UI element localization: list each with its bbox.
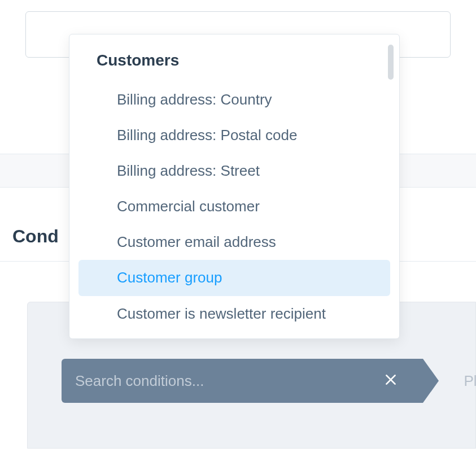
dropdown-group-customers: Customers bbox=[74, 41, 395, 82]
close-icon[interactable] bbox=[383, 372, 409, 389]
conditions-heading: Cond bbox=[12, 226, 59, 247]
scrollbar-thumb[interactable] bbox=[388, 45, 394, 80]
dropdown-item[interactable]: Billing address: Postal code bbox=[78, 118, 390, 153]
dropdown-item[interactable]: Commercial customer bbox=[78, 189, 390, 224]
dropdown-item[interactable]: Customer is newsletter recipient bbox=[78, 296, 390, 332]
conditions-dropdown: Customers Billing address: CountryBillin… bbox=[69, 34, 400, 339]
dropdown-item[interactable]: Billing address: Street bbox=[78, 153, 390, 189]
dropdown-item[interactable]: Billing address: Country bbox=[78, 82, 390, 118]
next-chip-placeholder: Ple bbox=[464, 359, 476, 403]
search-conditions-placeholder: Search conditions... bbox=[75, 372, 383, 390]
search-conditions-chip[interactable]: Search conditions... Ple bbox=[62, 359, 423, 403]
dropdown-item[interactable]: Customer group bbox=[78, 260, 390, 295]
dropdown-item[interactable]: Customer email address bbox=[78, 224, 390, 260]
